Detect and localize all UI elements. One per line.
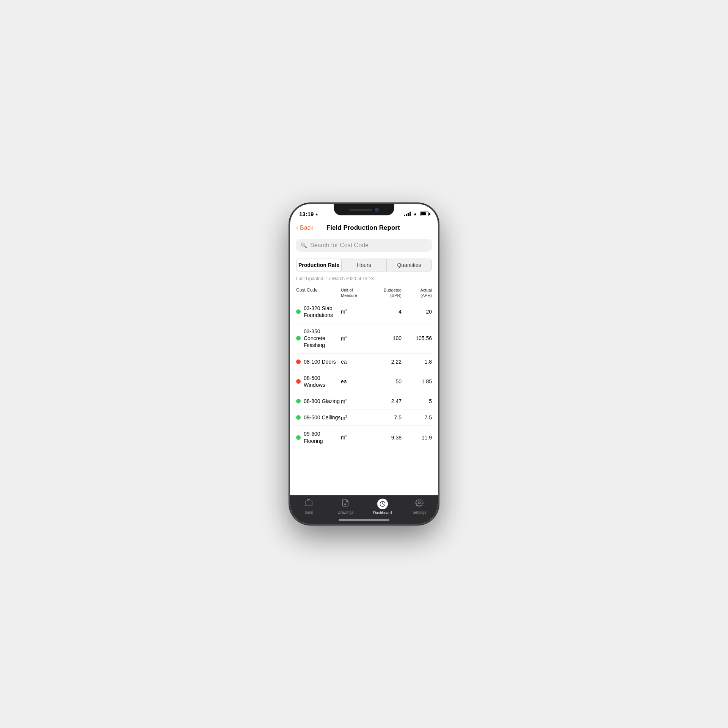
col-header-actual: Actual(APR) — [402, 287, 432, 298]
col-header-unit: Unit ofMeasure — [341, 287, 371, 298]
phone-device: 13:19 ▲ ▲ ‹ — [290, 204, 438, 524]
actual-cell: 7.5 — [402, 414, 432, 420]
page-title: Field Production Report — [314, 224, 413, 232]
battery-icon — [420, 212, 429, 216]
cost-code-cell: 08-500 Windows — [296, 375, 341, 388]
cost-code-name: 08-100 Doors — [304, 358, 336, 365]
cost-code-cell: 03-350 Concrete Finishing — [296, 328, 341, 349]
back-chevron-icon: ‹ — [296, 224, 298, 232]
app-content: ‹ Back Field Production Report 🔍 Search … — [290, 221, 438, 524]
unit-cell: m2 — [341, 434, 371, 441]
location-icon: ▲ — [315, 212, 318, 216]
cost-code-cell: 08-800 Glazing — [296, 398, 341, 405]
table-row: 09-500 Ceilings m2 7.5 7.5 — [296, 410, 432, 426]
search-container: 🔍 Search for Cost Code — [290, 235, 438, 256]
status-dot-green — [296, 399, 301, 403]
cost-code-cell: 09-500 Ceilings — [296, 414, 341, 421]
budgeted-cell: 50 — [371, 378, 402, 384]
drawings-label: Drawings — [337, 510, 353, 515]
tab-selector: Production Rate Hours Quantities — [296, 259, 432, 271]
actual-cell: 105.56 — [402, 335, 432, 341]
table-row: 08-500 Windows ea 50 1.85 — [296, 370, 432, 393]
actual-cell: 1.8 — [402, 359, 432, 365]
unit-cell: m3 — [341, 308, 371, 315]
table-row: 08-800 Glazing m2 2.47 5 — [296, 393, 432, 410]
cost-code-cell: 08-100 Doors — [296, 358, 341, 365]
actual-cell: 1.85 — [402, 378, 432, 384]
tab-drawings[interactable]: Drawings — [327, 499, 364, 515]
speaker — [349, 209, 372, 211]
app-header: ‹ Back Field Production Report — [290, 221, 438, 235]
tab-dashboard[interactable]: Dashboard — [364, 499, 401, 515]
cost-code-cell: 09-600 Flooring — [296, 430, 341, 444]
unit-cell: ea — [341, 359, 371, 365]
drawings-icon — [341, 499, 350, 509]
col-header-cost-code: Cost Code — [296, 287, 341, 298]
signal-icon — [404, 212, 411, 216]
tab-production-rate[interactable]: Production Rate — [297, 259, 342, 271]
unit-cell: m2 — [341, 398, 371, 405]
cost-code-cell: 03-320 Slab Foundations — [296, 305, 341, 318]
notch — [334, 204, 394, 215]
table-row: 09-600 Flooring m2 9.38 11.9 — [296, 426, 432, 449]
budgeted-cell: 100 — [371, 335, 402, 341]
table-header: Cost Code Unit ofMeasure Budgeted(BPR) A… — [296, 284, 432, 300]
search-bar[interactable]: 🔍 Search for Cost Code — [296, 239, 432, 252]
status-dot-red — [296, 359, 301, 364]
status-dot-green — [296, 415, 301, 420]
tab-tools[interactable]: Tools — [290, 499, 327, 515]
status-icons: ▲ — [404, 211, 429, 217]
back-button[interactable]: ‹ Back — [296, 224, 314, 232]
budgeted-cell: 9.38 — [371, 435, 402, 441]
dashboard-icon — [377, 499, 388, 509]
data-table: Cost Code Unit ofMeasure Budgeted(BPR) A… — [290, 284, 438, 495]
search-input[interactable]: Search for Cost Code — [310, 242, 369, 249]
actual-cell: 20 — [402, 309, 432, 315]
status-dot-red — [296, 379, 301, 384]
table-row: 03-350 Concrete Finishing m3 100 105.56 — [296, 323, 432, 354]
home-indicator — [339, 519, 389, 521]
search-icon: 🔍 — [301, 242, 307, 248]
unit-cell: ea — [341, 378, 371, 384]
cost-code-name: 09-500 Ceilings — [304, 414, 340, 421]
svg-point-4 — [419, 502, 421, 504]
cost-code-name: 09-600 Flooring — [304, 430, 341, 444]
settings-label: Settings — [413, 510, 426, 515]
status-dot-green — [296, 336, 301, 340]
wifi-icon: ▲ — [413, 211, 417, 217]
status-time: 13:19 ▲ — [299, 211, 318, 217]
unit-cell: m3 — [341, 335, 371, 342]
cost-code-name: 08-800 Glazing — [304, 398, 340, 405]
actual-cell: 5 — [402, 398, 432, 404]
cost-code-name: 03-320 Slab Foundations — [304, 305, 341, 318]
table-row: 03-320 Slab Foundations m3 4 20 — [296, 300, 432, 323]
budgeted-cell: 7.5 — [371, 414, 402, 420]
back-label: Back — [300, 224, 314, 231]
budgeted-cell: 4 — [371, 309, 402, 315]
col-header-budgeted: Budgeted(BPR) — [371, 287, 402, 298]
budgeted-cell: 2.47 — [371, 398, 402, 404]
tools-icon — [304, 499, 313, 509]
actual-cell: 11.9 — [402, 435, 432, 441]
status-dot-green — [296, 435, 301, 440]
cost-code-name: 03-350 Concrete Finishing — [304, 328, 341, 349]
tools-label: Tools — [304, 510, 313, 515]
svg-rect-0 — [305, 501, 312, 506]
tab-settings[interactable]: Settings — [401, 499, 438, 515]
dashboard-label: Dashboard — [373, 511, 392, 515]
last-updated-text: Last Updated: 17 March 2020 at 13:18 — [290, 275, 438, 284]
cost-code-name: 08-500 Windows — [304, 375, 341, 388]
budgeted-cell: 2.22 — [371, 359, 402, 365]
camera — [375, 208, 379, 212]
unit-cell: m2 — [341, 414, 371, 421]
tab-hours[interactable]: Hours — [342, 259, 387, 271]
table-row: 08-100 Doors ea 2.22 1.8 — [296, 354, 432, 370]
status-dot-green — [296, 309, 301, 314]
settings-icon — [415, 499, 424, 509]
tab-quantities[interactable]: Quantities — [387, 259, 431, 271]
phone-screen: 13:19 ▲ ▲ ‹ — [290, 204, 438, 524]
